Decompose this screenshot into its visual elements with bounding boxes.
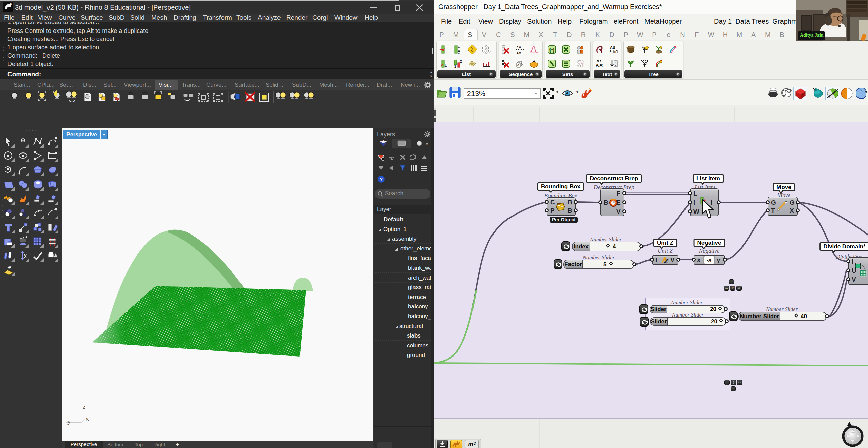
svg-text:Z: Z (664, 257, 669, 265)
svg-text:C: C (615, 50, 618, 54)
svg-text:A: A (596, 63, 599, 68)
svg-text:2: 2 (521, 61, 522, 64)
svg-text:1.0: 1.0 (517, 51, 521, 54)
svg-text:z: z (83, 404, 86, 410)
svg-text:{•}: {•} (549, 47, 555, 53)
svg-text:A: A (615, 61, 617, 64)
svg-text:A: A (458, 46, 460, 49)
svg-text:y: y (67, 419, 71, 425)
svg-text:8: 8 (10, 3, 12, 6)
svg-text:L: L (445, 64, 447, 67)
svg-text:0.0: 0.0 (517, 46, 521, 49)
svg-text:AB: AB (610, 45, 615, 49)
svg-text:Z: Z (615, 64, 616, 67)
svg-text:1: 1 (454, 65, 456, 68)
svg-text:B: B (599, 63, 603, 68)
svg-text:x: x (86, 415, 89, 422)
svg-text:2: 2 (460, 60, 462, 63)
svg-text:Z: Z (458, 51, 460, 54)
